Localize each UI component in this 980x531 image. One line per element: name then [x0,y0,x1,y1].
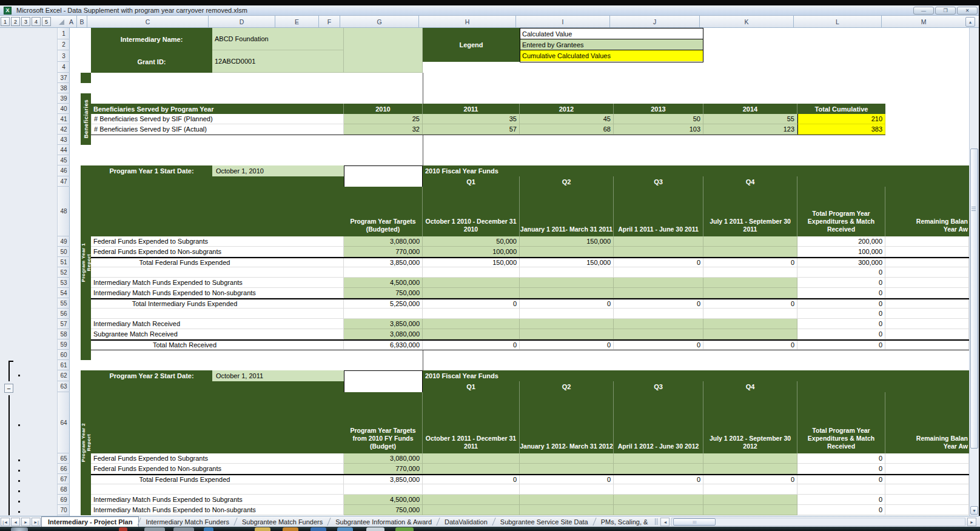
py2-q3-header[interactable]: Q3 [614,381,703,392]
py1-cell-total[interactable]: 300,000 [797,258,885,267]
py2-fiscal-year-header[interactable]: 2010 Fiscal Year Funds [423,370,969,381]
py1-cell[interactable]: 5,250,000 [344,299,423,309]
cell-planned-2013[interactable]: 50 [614,114,703,124]
beneficiaries-actual-label[interactable]: # Beneficiaries Served by SIF (Actual) [91,124,344,135]
row-header[interactable]: 2 [58,39,70,50]
py1-total-row-label[interactable]: Total Intermediary Funds Expended [91,299,344,309]
next-sheet-icon[interactable]: ► [21,518,30,526]
py2-q1-range-header[interactable]: October 1 2011 - December 31 2011 [423,392,520,453]
row-header[interactable]: 62 [58,370,70,381]
py2-row-label[interactable]: Intermediary Match Funds Expended to Sub… [91,495,344,505]
tab-split-handle[interactable] [655,518,659,525]
beneficiaries-planned-label[interactable]: # Beneficiaries Served by SIF (Planned) [91,114,344,124]
py2-start-date-label[interactable]: Program Year 2 Start Date: [91,370,212,381]
py1-q1-header[interactable]: Q1 [423,176,520,187]
py2-q3-range-header[interactable]: April 1 2012 - June 30 2012 [614,392,703,453]
tab-subgrantee-match-funders[interactable]: Subgrantee Match Funders [236,516,329,527]
py2-cell[interactable] [423,453,520,464]
py2-cell[interactable]: 4,500,000 [344,495,423,505]
row-header[interactable]: 1 [58,28,70,39]
py1-cell[interactable]: 100,000 [423,247,520,257]
py1-cell[interactable] [703,319,797,329]
gap-cell[interactable] [344,370,423,381]
py2-cell[interactable] [614,464,703,474]
py1-cell[interactable]: 0 [614,258,703,267]
row-header[interactable]: 52 [58,267,70,278]
py1-total-header[interactable]: Total Program Year Expenditures & Match … [797,187,885,236]
py1-cell-total[interactable]: 0 [797,288,885,298]
cell-actual-2013[interactable]: 103 [614,124,703,135]
py1-cell[interactable]: 4,500,000 [344,278,423,288]
year-header-total-cumulative[interactable]: Total Cumulative [797,104,885,114]
py1-cell[interactable] [520,288,614,298]
row-header[interactable]: 70 [58,505,70,515]
row-header[interactable]: 44 [58,145,70,155]
py1-row-label[interactable]: Subgrantee Match Received [91,329,344,339]
row-header[interactable]: 48 [58,187,70,236]
py1-cell[interactable]: 3,850,000 [344,258,423,267]
py1-targets-header[interactable]: Program Year Targets (Budgeted) [344,187,423,236]
py2-targets-header[interactable]: Program Year Targets from 2010 FY Funds … [344,392,423,453]
py1-cell[interactable]: 0 [703,299,797,309]
py2-row-label[interactable]: Intermediary Match Funds Expended to Non… [91,505,344,515]
row-header[interactable]: 40 [58,104,70,114]
collapse-group-button[interactable]: − [4,384,13,393]
row-header[interactable]: 49 [58,236,70,247]
py2-cell[interactable] [614,495,703,505]
py2-cell[interactable] [703,484,797,495]
first-sheet-icon[interactable]: |◄ [1,518,10,526]
intermediary-name-value-cell[interactable]: ABCD Foundation [212,28,344,50]
py2-cell[interactable]: 3,850,000 [344,475,423,484]
py2-total-row-label[interactable]: Total Federal Funds Expended [91,475,344,484]
py2-start-date-value[interactable]: October 1, 2011 [212,370,344,381]
beneficiaries-section-label[interactable]: Beneficiaries [81,93,91,145]
py2-cell[interactable]: 0 [423,475,520,484]
py1-cell[interactable] [423,319,520,329]
py1-cell[interactable]: 3,080,000 [344,329,423,339]
worksheet-grid[interactable]: − 1 2 3 4 37 38 39 40 41 42 43 44 45 46 [0,28,980,516]
row-header[interactable]: 67 [58,474,70,484]
row-header[interactable]: 43 [58,135,70,145]
row-header[interactable]: 60 [58,350,70,360]
taskbar-icon[interactable] [204,527,213,531]
row-header[interactable]: 50 [58,247,70,257]
vertical-scroll-up-icon[interactable]: ▲ [965,17,975,27]
py1-total-row-label[interactable]: Total Match Received [91,341,344,350]
row-header[interactable]: 45 [58,155,70,165]
cell-planned-2012[interactable]: 45 [520,114,614,124]
taskbar-icon[interactable] [366,527,384,531]
py2-cell-remaining[interactable] [885,464,969,474]
row-header[interactable]: 38 [58,83,70,93]
row-header[interactable]: 53 [58,278,70,288]
py2-cell[interactable] [520,495,614,505]
row-header[interactable]: 64 [58,392,70,453]
py2-cell[interactable] [423,505,520,515]
hscroll-left-icon[interactable]: ◄ [660,518,670,526]
row-header[interactable]: 69 [58,495,70,505]
taskbar-icon[interactable] [395,527,414,531]
py2-cell[interactable]: 770,000 [344,464,423,474]
py1-cell[interactable] [423,278,520,288]
py1-cell[interactable]: 150,000 [520,236,614,247]
intermediary-name-label-cell[interactable]: Intermediary Name: [91,28,212,50]
py1-cell[interactable] [423,267,520,278]
title-bar[interactable]: X Microsoft Excel - Data Supplement with… [0,5,980,16]
py2-cell-remaining[interactable] [885,453,969,464]
py1-start-date-label[interactable]: Program Year 1 Start Date: [91,165,212,176]
start-orb-icon[interactable] [11,527,28,531]
py2-total-header[interactable]: Total Program Year Expenditures & Match … [797,392,885,453]
column-header-j[interactable]: J [610,16,700,28]
taskbar-icon[interactable] [310,527,326,531]
py1-cell[interactable] [614,236,703,247]
grant-id-label-cell[interactable]: Grant ID: [91,50,212,73]
py2-cell[interactable] [703,505,797,515]
cell-actual-2014[interactable]: 123 [703,124,797,135]
program-year-1-section-label[interactable]: Program Year 1 Report [81,165,91,360]
year-header-2012[interactable]: 2012 [520,104,614,114]
py1-cell-total[interactable]: 0 [797,319,885,329]
taskbar-icon[interactable] [283,527,298,531]
column-header-a[interactable]: A [66,16,77,28]
py1-cell[interactable] [520,278,614,288]
beneficiaries-table-header[interactable]: Beneficiaries Served by Program Year [91,104,344,114]
py1-q1-range-header[interactable]: October 1 2010 - December 31 2010 [423,187,520,236]
